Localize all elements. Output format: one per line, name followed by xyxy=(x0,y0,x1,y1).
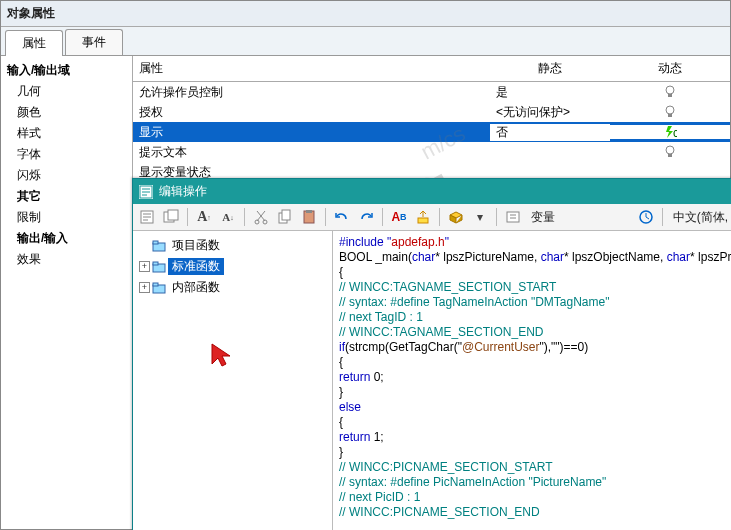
editor-toolbar: A↑ A↓ AB ▾ 变量 中文(简体, xyxy=(133,204,731,231)
prop-name: 提示文本 xyxy=(133,144,490,161)
tree-item[interactable]: 样式 xyxy=(3,123,130,144)
tab-properties[interactable]: 属性 xyxy=(5,30,63,56)
toolbar-separator xyxy=(187,208,188,226)
fn-tree-label: 项目函数 xyxy=(168,237,224,254)
svg-rect-23 xyxy=(153,262,158,265)
insert-tag-button[interactable] xyxy=(413,207,433,227)
fn-tree-project[interactable]: 项目函数 xyxy=(135,235,330,256)
fn-tree-label-selected: 标准函数 xyxy=(168,258,224,275)
clock-icon[interactable] xyxy=(636,207,656,227)
tree-item[interactable]: 闪烁 xyxy=(3,165,130,186)
function-tree[interactable]: 项目函数 + 标准函数 + 内部函数 xyxy=(133,231,333,530)
editor-title-text: 编辑操作 xyxy=(159,183,207,200)
tree-item[interactable]: 几何 xyxy=(3,81,130,102)
prop-static[interactable]: 否 xyxy=(490,124,610,141)
header-name[interactable]: 属性 xyxy=(133,56,490,81)
tree-item[interactable]: 输出/输入 xyxy=(3,228,130,249)
folder-icon xyxy=(152,240,166,252)
fn-tree-standard[interactable]: + 标准函数 xyxy=(135,256,330,277)
toolbar-separator xyxy=(325,208,326,226)
toolbar-separator xyxy=(244,208,245,226)
prop-name: 显示 xyxy=(133,124,490,141)
toolbar-separator xyxy=(439,208,440,226)
svg-rect-3 xyxy=(668,114,672,117)
variable-label: 变量 xyxy=(531,209,555,226)
toolbar-separator xyxy=(496,208,497,226)
object-box-dropdown[interactable]: ▾ xyxy=(470,207,490,227)
prop-static[interactable]: 是 xyxy=(490,84,610,101)
property-row[interactable]: 授权 <无访问保护> xyxy=(133,102,730,122)
prop-dynamic[interactable] xyxy=(610,105,730,120)
bulb-icon xyxy=(664,85,676,99)
tree-item[interactable]: 颜色 xyxy=(3,102,130,123)
code-editor[interactable]: #include "apdefap.h" BOOL _main(char* lp… xyxy=(333,231,731,530)
prop-static[interactable]: <无访问保护> xyxy=(490,104,610,121)
font-smaller-button[interactable]: A↓ xyxy=(218,207,238,227)
redo-button[interactable] xyxy=(356,207,376,227)
bulb-icon xyxy=(664,145,676,159)
compile-button[interactable] xyxy=(137,207,157,227)
prop-name: 允许操作员控制 xyxy=(133,84,490,101)
svg-text:c: c xyxy=(673,126,677,139)
prop-dynamic[interactable] xyxy=(610,85,730,100)
fn-tree-label: 内部函数 xyxy=(168,279,224,296)
tab-events[interactable]: 事件 xyxy=(65,29,123,55)
language-label[interactable]: 中文(简体, xyxy=(673,209,728,226)
category-tree[interactable]: 输入/输出域 几何 颜色 样式 字体 闪烁 其它 限制 输出/输入 效果 xyxy=(1,56,133,529)
toolbar-separator xyxy=(662,208,663,226)
svg-point-5 xyxy=(666,146,674,154)
window-title: 对象属性 xyxy=(1,1,730,27)
editor-split: 项目函数 + 标准函数 + 内部函数 #include "apdefap.h" … xyxy=(133,231,731,530)
header-dynamic[interactable]: 动态 xyxy=(610,56,730,81)
header-static[interactable]: 静态 xyxy=(490,56,610,81)
expand-icon[interactable]: + xyxy=(139,282,150,293)
fn-tree-internal[interactable]: + 内部函数 xyxy=(135,277,330,298)
folder-icon xyxy=(152,282,166,294)
svg-rect-21 xyxy=(153,241,158,244)
svg-rect-14 xyxy=(282,210,290,220)
tree-root[interactable]: 输入/输出域 xyxy=(3,60,130,81)
bolt-icon: c xyxy=(663,125,677,139)
tree-item[interactable]: 效果 xyxy=(3,249,130,270)
property-grid-header: 属性 静态 动态 xyxy=(133,56,730,82)
cut-button[interactable] xyxy=(251,207,271,227)
tree-item[interactable]: 字体 xyxy=(3,144,130,165)
tree-item-selected[interactable]: 其它 xyxy=(3,186,130,207)
svg-point-2 xyxy=(666,106,674,114)
copy-button[interactable] xyxy=(275,207,295,227)
prop-dynamic[interactable]: c xyxy=(610,125,730,140)
prop-name: 授权 xyxy=(133,104,490,121)
editor-app-icon xyxy=(139,185,153,199)
editor-title-bar[interactable]: 编辑操作 xyxy=(133,179,731,204)
undo-button[interactable] xyxy=(332,207,352,227)
tree-item[interactable]: 限制 xyxy=(3,207,130,228)
variable-button[interactable] xyxy=(503,207,523,227)
build-button[interactable] xyxy=(161,207,181,227)
tab-row: 属性 事件 xyxy=(1,27,730,56)
toolbar-separator xyxy=(382,208,383,226)
svg-rect-6 xyxy=(668,154,672,157)
svg-rect-1 xyxy=(668,94,672,97)
editor-window: 编辑操作 A↑ A↓ AB ▾ 变量 中文(简体, 项目函 xyxy=(132,178,731,530)
property-row[interactable]: 允许操作员控制 是 xyxy=(133,82,730,102)
svg-rect-25 xyxy=(153,283,158,286)
bulb-icon xyxy=(664,105,676,119)
object-box-button[interactable] xyxy=(446,207,466,227)
prop-dynamic[interactable] xyxy=(610,145,730,160)
paste-button[interactable] xyxy=(299,207,319,227)
svg-rect-18 xyxy=(507,212,519,222)
svg-rect-10 xyxy=(168,210,178,220)
property-row[interactable]: 提示文本 xyxy=(133,142,730,162)
svg-rect-17 xyxy=(418,218,428,223)
font-larger-button[interactable]: A↑ xyxy=(194,207,214,227)
expand-icon[interactable]: + xyxy=(139,261,150,272)
property-row-selected[interactable]: 显示 否 c xyxy=(133,122,730,142)
svg-rect-16 xyxy=(306,210,312,213)
svg-point-0 xyxy=(666,86,674,94)
syntax-color-button[interactable]: AB xyxy=(389,207,409,227)
folder-icon xyxy=(152,261,166,273)
